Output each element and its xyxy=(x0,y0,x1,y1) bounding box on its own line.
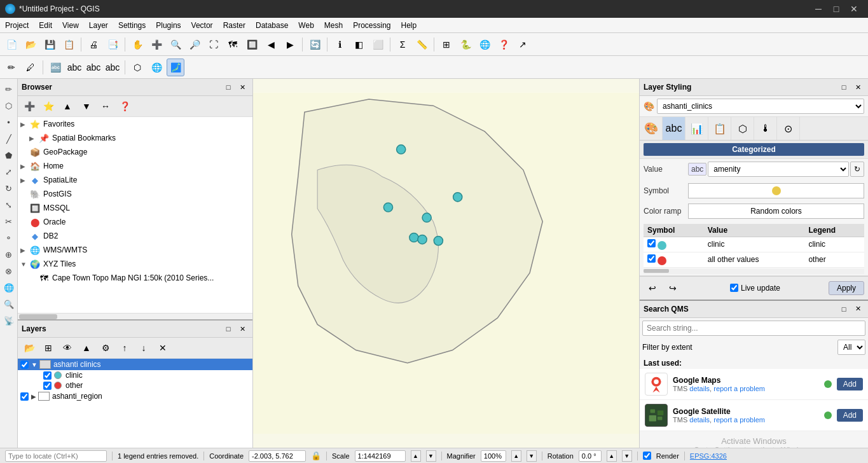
rule-based-tool[interactable]: 📋 xyxy=(708,117,731,140)
pan-btn[interactable]: ✋ xyxy=(128,36,146,53)
coordinate-input[interactable] xyxy=(249,450,306,462)
symbol-row-0[interactable]: clinic clinic xyxy=(644,237,864,252)
layer-remove-btn[interactable]: ✕ xyxy=(154,339,172,357)
menu-plugins[interactable]: Plugins xyxy=(151,18,186,32)
menu-settings[interactable]: Settings xyxy=(113,18,151,32)
wms-tool[interactable]: 📡 xyxy=(1,313,17,328)
active-layer-select[interactable]: ashanti_clinics xyxy=(657,99,864,114)
open-project-btn[interactable]: 📂 xyxy=(22,36,39,53)
color-ramp-preview[interactable]: Random colors xyxy=(688,204,864,219)
digitize-tool[interactable]: ✏ xyxy=(1,81,17,97)
browser-item-home[interactable]: ▶ 🏠 Home xyxy=(18,159,252,173)
search-qms-close-btn[interactable]: ✕ xyxy=(851,303,864,315)
layer-ashanti-region[interactable]: ▶ ashanti_region xyxy=(18,390,252,402)
deselect-btn[interactable]: ⬜ xyxy=(369,36,387,53)
legend-other-check[interactable] xyxy=(43,382,52,390)
select-features-btn[interactable]: ◧ xyxy=(350,36,368,53)
identify-btn[interactable]: ℹ xyxy=(331,36,348,53)
merge-tool[interactable]: ⊕ xyxy=(1,247,17,262)
save-as-btn[interactable]: 📋 xyxy=(60,36,78,53)
legend-other[interactable]: other xyxy=(18,380,252,390)
refresh-btn[interactable]: 🔄 xyxy=(306,36,324,53)
zoom-in-btn[interactable]: 🔍 xyxy=(167,36,184,53)
tile-map-btn[interactable]: 🗾 xyxy=(167,59,184,76)
menu-vector[interactable]: Vector xyxy=(186,18,218,32)
value-refresh-btn[interactable]: ↻ xyxy=(850,162,864,177)
browser-collapse-btn[interactable]: □ xyxy=(222,81,235,93)
inverted-tool[interactable]: ⊙ xyxy=(777,117,800,140)
graduated-tool[interactable]: 📊 xyxy=(685,117,708,140)
prev-extent-btn[interactable]: ◀ xyxy=(262,36,280,53)
magnifier-input[interactable] xyxy=(481,450,506,462)
measure-btn[interactable]: 📏 xyxy=(413,36,431,53)
menu-processing[interactable]: Processing xyxy=(348,18,396,32)
render-check[interactable] xyxy=(643,452,651,460)
rotation-up-btn[interactable]: ▲ xyxy=(607,450,617,462)
symbol-preview[interactable] xyxy=(688,183,864,198)
browser-collapse-all-btn[interactable]: ▼ xyxy=(78,97,95,115)
menu-mesh[interactable]: Mesh xyxy=(319,18,348,32)
google-maps-add-btn[interactable]: Add xyxy=(837,378,863,390)
print-btn[interactable]: 🖨 xyxy=(85,36,102,53)
menu-view[interactable]: View xyxy=(57,18,84,32)
browser-item-wms[interactable]: ▶ 🌐 WMS/WMTS xyxy=(18,243,252,257)
rotate-tool[interactable]: ↻ xyxy=(1,181,17,196)
field-calc-btn[interactable]: Σ xyxy=(394,36,411,53)
style-redo-btn[interactable]: ↪ xyxy=(664,279,682,297)
node-tool[interactable]: ⬡ xyxy=(1,98,17,113)
google-satellite-details-link[interactable]: details xyxy=(689,416,710,424)
browser-item-geopackage[interactable]: 📦 GeoPackage xyxy=(18,145,252,159)
browser-filter-btn[interactable]: ▲ xyxy=(59,97,76,115)
browser-help-btn[interactable]: ❓ xyxy=(116,97,134,115)
styling-close-btn[interactable]: ✕ xyxy=(851,81,864,93)
browser-item-favorites[interactable]: ▶ ⭐ Favorites xyxy=(18,117,252,131)
menu-database[interactable]: Database xyxy=(251,18,293,32)
menu-raster[interactable]: Raster xyxy=(218,18,251,32)
browser-item-spatialite[interactable]: ▶ ◆ SpatiaLite xyxy=(18,173,252,187)
rotation-input[interactable] xyxy=(579,450,602,462)
zoom-layer-btn[interactable]: 🗺 xyxy=(224,36,242,53)
layer-down-btn[interactable]: ↓ xyxy=(135,339,153,357)
google-maps-report-link[interactable]: report a problem xyxy=(713,385,765,392)
browser-item-oracle[interactable]: ⬤ Oracle xyxy=(18,215,252,229)
categorized-tool[interactable]: abc xyxy=(663,117,685,140)
google-satellite-report-link[interactable]: report a problem xyxy=(713,416,765,424)
value-select[interactable]: amenity xyxy=(708,162,849,177)
layer-copy-btn[interactable]: ⊞ xyxy=(39,339,57,357)
split-tool[interactable]: ⊗ xyxy=(1,263,17,279)
browser-item-bookmarks[interactable]: ▶ 📌 Spatial Bookmarks xyxy=(18,131,252,145)
scale-input[interactable] xyxy=(355,450,406,462)
globe-tool[interactable]: 🌐 xyxy=(1,280,17,295)
zoom-selection-btn[interactable]: 🔲 xyxy=(243,36,261,53)
select-btn[interactable]: ➕ xyxy=(148,36,165,53)
browser-item-db2[interactable]: ◆ DB2 xyxy=(18,229,252,243)
menu-web[interactable]: Web xyxy=(293,18,319,32)
globe-btn[interactable]: 🌐 xyxy=(476,36,493,53)
arrow-btn[interactable]: ↗ xyxy=(514,36,532,53)
locate-input[interactable] xyxy=(5,450,107,462)
label2-btn[interactable]: abc xyxy=(65,59,83,76)
google-satellite-add-btn[interactable]: Add xyxy=(837,409,863,422)
layer-ashanti-clinics[interactable]: ▼ ashanti clinics xyxy=(18,359,252,370)
browser-item-postgis[interactable]: 🐘 PostGIS xyxy=(18,187,252,201)
map-area[interactable] xyxy=(253,79,639,448)
symbol-check-1[interactable] xyxy=(647,254,656,263)
browser-item-xyz[interactable]: ▼ 🌍 XYZ Tiles xyxy=(18,257,252,271)
poly-tool[interactable]: ⬟ xyxy=(1,148,17,163)
styling-collapse-btn[interactable]: □ xyxy=(837,81,850,93)
live-update-check[interactable] xyxy=(730,284,738,292)
layer-visibility-btn[interactable]: 👁 xyxy=(59,339,76,357)
magnifier-down-btn[interactable]: ▼ xyxy=(527,450,537,462)
scale-down-btn[interactable]: ▼ xyxy=(426,450,436,462)
filter-extent-select[interactable]: All xyxy=(837,340,865,355)
maximize-button[interactable]: □ xyxy=(827,0,845,18)
layers-close-btn[interactable]: ✕ xyxy=(236,322,249,335)
point-disp-tool[interactable]: ⬡ xyxy=(731,117,754,140)
new-print-btn[interactable]: 📑 xyxy=(104,36,121,53)
layer-ashanti-clinics-check[interactable] xyxy=(20,361,29,369)
google-maps-details-link[interactable]: details xyxy=(689,385,710,392)
label-btn[interactable]: 🔤 xyxy=(46,59,64,76)
browser-item-mssql[interactable]: 🔲 MSSQL xyxy=(18,201,252,215)
zoom-out-btn[interactable]: 🔎 xyxy=(186,36,203,53)
magnifier-up-btn[interactable]: ▲ xyxy=(511,450,521,462)
